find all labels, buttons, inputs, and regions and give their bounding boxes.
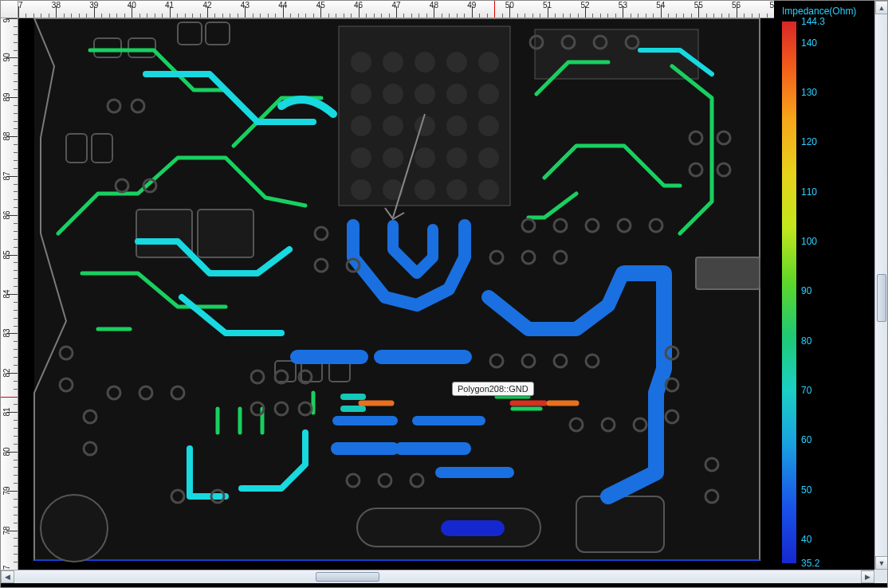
svg-point-3 [446, 52, 467, 73]
svg-point-0 [351, 52, 371, 73]
legend-tick-label: 50 [801, 484, 811, 496]
svg-rect-39 [696, 257, 760, 289]
legend-tick-label: 120 [801, 136, 817, 147]
scroll-left-button[interactable]: ◀ [1, 570, 14, 583]
legend-tick-label: 40 [801, 534, 811, 545]
svg-point-5 [351, 84, 371, 104]
svg-point-19 [478, 147, 499, 168]
legend-tick-label: 110 [801, 186, 817, 198]
svg-point-17 [415, 147, 435, 168]
svg-point-6 [383, 84, 403, 104]
svg-point-37 [41, 495, 108, 562]
legend-tick-label: 100 [801, 236, 817, 247]
legend-ticks: 144.314013012011010090807060504035.2 [801, 22, 870, 563]
svg-point-16 [383, 147, 403, 168]
legend-tick-label: 130 [801, 87, 817, 98]
svg-point-22 [415, 179, 435, 200]
svg-point-2 [415, 52, 435, 73]
svg-rect-97 [782, 22, 796, 563]
svg-point-14 [478, 116, 499, 136]
legend-tick-label: 60 [801, 434, 811, 445]
legend-colorbar [782, 22, 796, 563]
legend-tick-label: 35.2 [801, 558, 819, 569]
svg-rect-31 [198, 210, 253, 257]
tooltip-text: Polygon208::GND [458, 384, 528, 394]
scroll-down-button[interactable]: ▼ [875, 556, 888, 570]
svg-point-20 [351, 179, 371, 200]
svg-point-7 [415, 84, 435, 104]
svg-point-15 [351, 147, 371, 168]
svg-point-24 [478, 179, 499, 200]
legend-tick-label: 90 [801, 285, 811, 296]
ruler-corner [1, 1, 18, 18]
scroll-corner [874, 570, 888, 583]
scrollbar-horizontal[interactable]: ◀ ▶ [1, 570, 874, 583]
pcb-canvas[interactable] [18, 18, 774, 570]
legend-tick-label: 140 [801, 37, 817, 49]
scroll-v-track[interactable] [875, 14, 888, 556]
svg-point-4 [478, 52, 499, 73]
svg-point-21 [383, 179, 403, 200]
legend-tick-label: 80 [801, 335, 811, 347]
scrollbar-vertical[interactable]: ▲ ▼ [874, 1, 888, 570]
svg-point-23 [446, 179, 467, 200]
svg-point-13 [446, 116, 467, 136]
svg-point-18 [446, 147, 467, 168]
svg-point-8 [446, 84, 467, 104]
svg-point-11 [383, 116, 403, 136]
svg-point-1 [383, 52, 403, 73]
scroll-h-thumb[interactable] [316, 572, 379, 582]
svg-point-9 [478, 84, 499, 104]
legend-title: Impedance(Ohm) [782, 6, 870, 17]
impedance-legend: Impedance(Ohm) 144.314013012011010090807… [774, 1, 874, 570]
ruler-horizontal[interactable]: 3738394041424344454647484950515253545556… [18, 1, 774, 18]
legend-tick-label: 70 [801, 385, 811, 396]
svg-rect-36 [576, 496, 664, 552]
svg-point-12 [415, 116, 435, 136]
hover-tooltip: Polygon208::GND [452, 382, 534, 396]
ruler-vertical[interactable]: 777879808182838485868788899091 [1, 18, 18, 570]
legend-tick-label: 144.3 [801, 16, 825, 27]
svg-point-10 [351, 116, 371, 136]
pcb-viewport[interactable]: Polygon208::GND [18, 18, 774, 570]
scroll-up-button[interactable]: ▲ [875, 1, 888, 14]
scroll-v-thumb[interactable] [877, 274, 886, 322]
scroll-right-button[interactable]: ▶ [861, 570, 874, 583]
